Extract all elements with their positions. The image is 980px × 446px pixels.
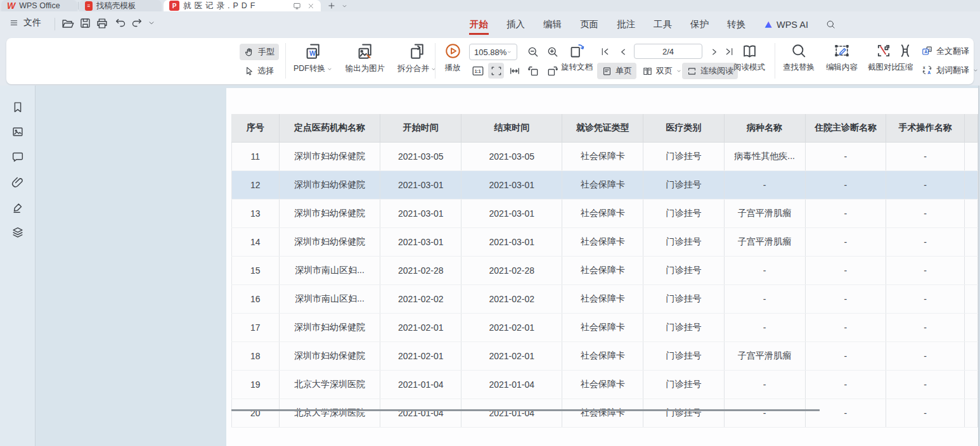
find-replace-button[interactable]: 查找替换 [778, 42, 819, 73]
menu-item-编辑[interactable]: 编辑 [543, 16, 562, 32]
tab-medical-record-pdf[interactable]: P 就医记录.PDF [164, 0, 321, 11]
table-row[interactable]: 16深圳市南山区妇...2021-02-022021-02-02社会保障卡门诊挂… [232, 285, 978, 314]
table-cell: - [805, 342, 886, 371]
menu-search-button[interactable] [825, 19, 836, 30]
zoom-out-button[interactable] [525, 44, 541, 60]
table-cell: 社会保障卡 [562, 399, 643, 428]
table-row[interactable]: 19北京大学深圳医院2021-01-042021-01-04社会保障卡门诊挂号-… [232, 371, 978, 399]
edit-content-button[interactable]: 编辑内容 [822, 42, 862, 73]
pdf-page[interactable]: 序号定点医药机构名称开始时间结束时间就诊凭证类型医疗类别病种名称住院主诊断名称手… [226, 88, 978, 446]
table-row[interactable]: 14深圳市妇幼保健院2021-03-012021-03-01社会保障卡门诊挂号子… [232, 228, 978, 257]
play-icon [444, 42, 462, 60]
full-translate-button[interactable]: 文A 全文翻译 [921, 45, 969, 57]
close-tab-icon[interactable] [307, 2, 315, 10]
ribbon-menu: 开始插入编辑页面批注工具保护转换WPS AI [469, 16, 836, 32]
thumbnails-panel-button[interactable] [11, 125, 25, 139]
quick-access-chevron-icon[interactable] [147, 18, 162, 34]
printer-icon [95, 16, 109, 30]
undo-button[interactable] [114, 16, 129, 32]
folder-open-icon [61, 16, 75, 30]
menu-item-批注[interactable]: 批注 [616, 16, 636, 32]
tab-docer-template[interactable]: ≡ 找稿壳模板 [79, 0, 162, 11]
table-row[interactable]: 17深圳市妇幼保健院2021-02-012021-02-01社会保障卡门诊挂号-… [232, 314, 978, 342]
menu-item-页面[interactable]: 页面 [579, 16, 599, 32]
table-cell-partial [965, 257, 978, 285]
single-page-label: 单页 [616, 65, 632, 77]
table-cell: - [805, 200, 886, 228]
rotate-document-button[interactable]: 旋转文档 [557, 42, 597, 73]
hand-tool-button[interactable]: 手型 [240, 44, 279, 60]
first-page-button[interactable] [597, 44, 613, 60]
signature-panel-button[interactable] [11, 201, 25, 215]
compress-button[interactable]: 压缩 [893, 42, 918, 73]
table-row[interactable]: 15深圳市南山区妇...2021-02-282021-02-28社会保障卡门诊挂… [232, 257, 978, 285]
double-page-button[interactable]: 双页 [638, 63, 687, 79]
file-menu-button[interactable]: 文件 [9, 17, 41, 29]
menu-item-保护[interactable]: 保护 [690, 16, 709, 32]
table-row[interactable]: 12深圳市妇幼保健院2021-03-012021-03-01社会保障卡门诊挂号-… [232, 171, 978, 200]
tab-wps-office[interactable]: W WPS Office [1, 0, 77, 11]
bookmarks-panel-button[interactable] [11, 100, 25, 114]
window-tab-bar: W WPS Office ≡ 找稿壳模板 P 就医记录.PDF [0, 0, 980, 11]
table-cell: 社会保障卡 [562, 143, 643, 171]
table-cell-partial [965, 228, 978, 257]
table-row[interactable]: 18深圳市妇幼保健院2021-02-012021-02-01社会保障卡门诊挂号子… [232, 342, 978, 371]
menu-item-转换[interactable]: 转换 [726, 16, 746, 32]
play-button[interactable]: 播放 [440, 42, 465, 73]
table-cell: 子宫平滑肌瘤 [724, 342, 805, 371]
attachments-panel-button[interactable] [11, 175, 25, 189]
table-cell: 社会保障卡 [562, 228, 643, 257]
page-number-input[interactable] [634, 44, 702, 59]
layers-panel-button[interactable] [11, 226, 25, 239]
pdf-toolbar: 手型 选择 W PDF转换 输出为图片 拆分合并 播放 105.88% 1:1 [6, 38, 974, 84]
next-page-button[interactable] [706, 44, 722, 60]
svg-text:1:1: 1:1 [474, 69, 480, 73]
present-monitor-icon[interactable] [292, 1, 302, 11]
export-image-button[interactable]: 输出为图片 [340, 42, 390, 74]
compress-label: 压缩 [898, 62, 913, 73]
table-row[interactable]: 13深圳市妇幼保健院2021-03-012021-03-01社会保障卡门诊挂号子… [232, 200, 978, 228]
table-cell: 门诊挂号 [643, 257, 725, 285]
table-cell: 社会保障卡 [562, 371, 643, 399]
table-cell: 2021-02-01 [380, 342, 461, 371]
fit-page-button[interactable] [488, 63, 504, 79]
zoom-level-combo[interactable]: 105.88% [469, 44, 517, 60]
tab-list-chevron-icon[interactable] [340, 2, 349, 10]
save-button[interactable] [79, 16, 94, 32]
fit-width-button[interactable] [506, 63, 522, 79]
wps-ai-label: WPS AI [777, 20, 808, 30]
menu-item-工具[interactable]: 工具 [653, 16, 673, 32]
rotate-left-icon [527, 65, 539, 77]
table-cell: 子宫平滑肌瘤 [724, 200, 805, 228]
single-page-button[interactable]: 单页 [597, 63, 636, 79]
rotate-left-button[interactable] [525, 63, 541, 79]
table-row[interactable]: 11深圳市妇幼保健院2021-03-052021-03-05社会保障卡门诊挂号病… [232, 143, 978, 171]
actual-size-button[interactable]: 1:1 [470, 63, 486, 79]
hand-icon [244, 47, 255, 58]
table-cell-partial [965, 171, 978, 200]
previous-page-button[interactable] [615, 44, 631, 60]
new-tab-button[interactable] [326, 1, 337, 11]
table-cell: - [886, 399, 965, 428]
split-merge-icon [408, 42, 427, 61]
table-bottom-line [231, 409, 820, 411]
select-tool-button[interactable]: 选择 [240, 63, 278, 79]
comments-panel-button[interactable] [11, 150, 25, 164]
document-area: 序号定点医药机构名称开始时间结束时间就诊凭证类型医疗类别病种名称住院主诊断名称手… [0, 86, 980, 446]
menu-item-开始[interactable]: 开始 [469, 16, 489, 32]
menu-item-插入[interactable]: 插入 [506, 16, 525, 32]
table-cell: - [805, 171, 886, 200]
print-button[interactable] [95, 16, 110, 32]
wps-ai-button[interactable]: WPS AI [763, 20, 808, 30]
open-file-button[interactable] [61, 16, 76, 32]
column-header: 住院主诊断名称 [805, 114, 886, 143]
tab-label: WPS Office [19, 1, 60, 10]
table-cell: 深圳市妇幼保健院 [279, 143, 380, 171]
pdf-convert-button[interactable]: W PDF转换 [287, 42, 339, 74]
read-mode-button[interactable]: 阅读模式 [729, 42, 770, 73]
table-row[interactable]: 20北京大学深圳医院2021-01-042021-01-04社会保障卡门诊挂号-… [232, 399, 978, 428]
search-icon [825, 19, 836, 30]
table-cell: 深圳市南山区妇... [279, 257, 380, 285]
redo-button[interactable] [131, 16, 146, 32]
word-translate-button[interactable]: xA 划词翻译 [921, 64, 979, 76]
